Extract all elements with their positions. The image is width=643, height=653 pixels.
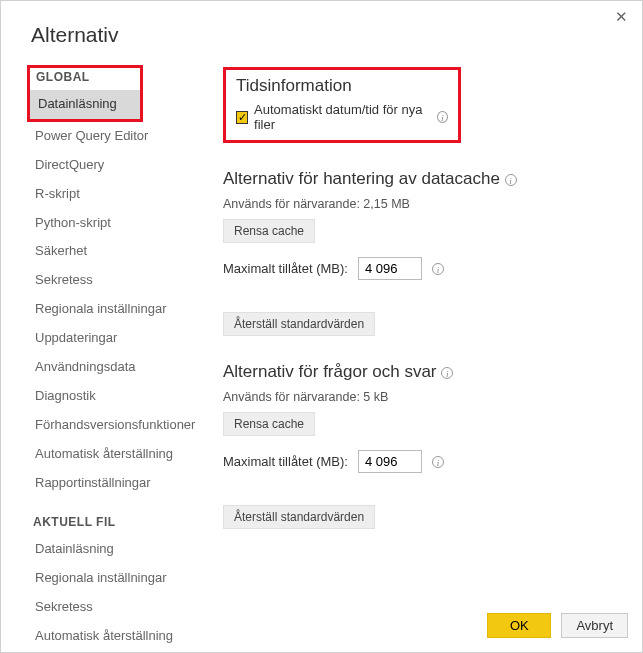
sidebar-item-sekretess[interactable]: Sekretess [19, 266, 199, 295]
sidebar-header-global: GLOBAL [36, 70, 140, 84]
cancel-button[interactable]: Avbryt [561, 613, 628, 638]
section-heading-tidsinformation: Tidsinformation [236, 76, 448, 96]
sidebar-item-r-skript[interactable]: R-skript [19, 180, 199, 209]
sidebar-file-item-auto-aterstallning[interactable]: Automatisk återställning [19, 622, 199, 651]
sidebar-item-auto-aterstallning[interactable]: Automatisk återställning [19, 440, 199, 469]
datacache-usage-label: Används för närvarande: 2,15 MB [223, 197, 624, 211]
sidebar-item-python-skript[interactable]: Python-skript [19, 209, 199, 238]
ok-button[interactable]: OK [487, 613, 551, 638]
highlight-global: GLOBAL Datainläsning [27, 65, 143, 122]
sidebar-header-current-file: AKTUELL FIL [33, 515, 199, 529]
section-heading-datacache: Alternativ för hantering av datacache i [223, 169, 624, 189]
sidebar-item-sakerhet[interactable]: Säkerhet [19, 237, 199, 266]
dialog-footer: OK Avbryt [487, 613, 628, 638]
section-heading-qna-text: Alternativ för frågor och svar [223, 362, 437, 381]
dialog-title: Alternativ [31, 23, 642, 47]
clear-cache-button-qna[interactable]: Rensa cache [223, 412, 315, 436]
highlight-tidsinformation: Tidsinformation ✓ Automatiskt datum/tid … [223, 67, 461, 143]
close-icon[interactable]: ✕ [611, 7, 632, 26]
qna-max-label: Maximalt tillåtet (MB): [223, 454, 348, 469]
clear-cache-button[interactable]: Rensa cache [223, 219, 315, 243]
info-icon[interactable]: i [432, 456, 444, 468]
sidebar: GLOBAL Datainläsning Power Query Editor … [19, 65, 199, 653]
info-icon[interactable]: i [432, 263, 444, 275]
sidebar-file-item-regionala[interactable]: Regionala inställningar [19, 564, 199, 593]
sidebar-item-anvandningsdata[interactable]: Användningsdata [19, 353, 199, 382]
sidebar-item-power-query-editor[interactable]: Power Query Editor [19, 122, 199, 151]
qna-usage-label: Används för närvarande: 5 kB [223, 390, 624, 404]
sidebar-item-rapportinstallningar[interactable]: Rapportinställningar [19, 469, 199, 498]
sidebar-item-uppdateringar[interactable]: Uppdateringar [19, 324, 199, 353]
sidebar-item-datainlasning[interactable]: Datainläsning [30, 90, 140, 119]
sidebar-file-item-sekretess[interactable]: Sekretess [19, 593, 199, 622]
section-heading-datacache-text: Alternativ för hantering av datacache [223, 169, 500, 188]
sidebar-item-forhandsversion[interactable]: Förhandsversionsfunktioner [19, 411, 199, 440]
info-icon[interactable]: i [437, 111, 448, 123]
sidebar-item-regionala[interactable]: Regionala inställningar [19, 295, 199, 324]
sidebar-file-item-datainlasning[interactable]: Datainläsning [19, 535, 199, 564]
section-heading-qna: Alternativ för frågor och svar i [223, 362, 624, 382]
datacache-max-input[interactable] [358, 257, 422, 280]
info-icon[interactable]: i [505, 174, 517, 186]
info-icon[interactable]: i [441, 367, 453, 379]
content-pane: Tidsinformation ✓ Automatiskt datum/tid … [199, 65, 642, 529]
reset-defaults-button[interactable]: Återställ standardvärden [223, 312, 375, 336]
reset-defaults-button-qna[interactable]: Återställ standardvärden [223, 505, 375, 529]
sidebar-item-directquery[interactable]: DirectQuery [19, 151, 199, 180]
options-dialog: ✕ Alternativ GLOBAL Datainläsning Power … [0, 0, 643, 653]
qna-max-input[interactable] [358, 450, 422, 473]
checkbox-label-auto-datetime: Automatiskt datum/tid för nya filer [254, 102, 431, 132]
checkbox-auto-datetime[interactable]: ✓ [236, 111, 248, 124]
sidebar-item-diagnostik[interactable]: Diagnostik [19, 382, 199, 411]
datacache-max-label: Maximalt tillåtet (MB): [223, 261, 348, 276]
